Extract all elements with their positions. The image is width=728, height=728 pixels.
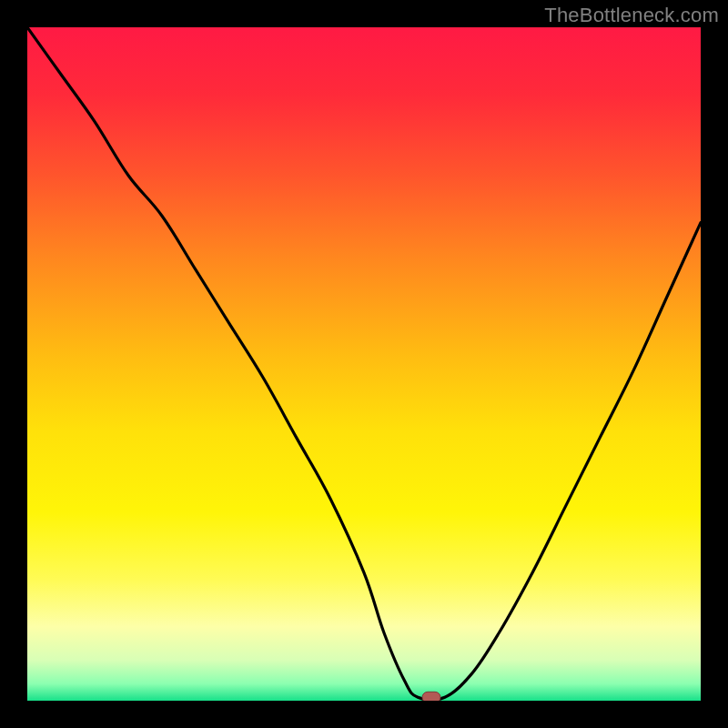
chart-frame: TheBottleneck.com [0,0,728,728]
optimal-marker [422,692,440,701]
plot-area [27,27,701,701]
chart-svg [27,27,701,701]
watermark-text: TheBottleneck.com [544,4,719,27]
gradient-background [27,27,701,701]
